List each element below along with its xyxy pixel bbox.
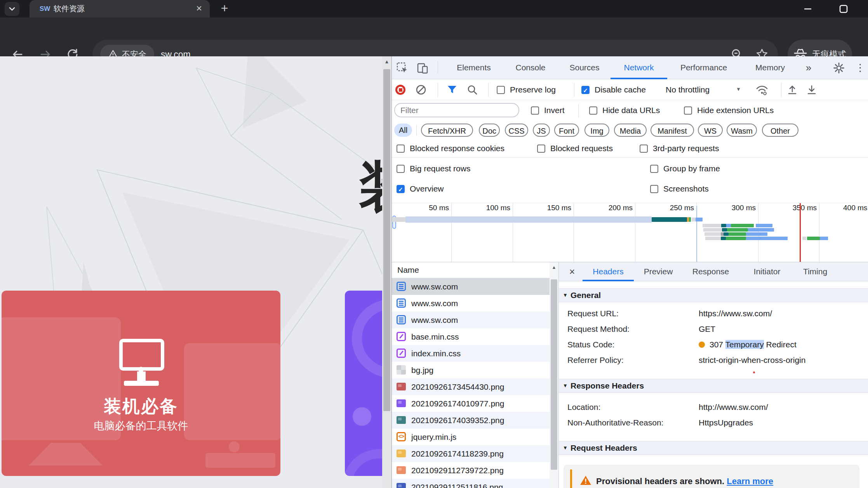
group-by-frame-checkbox[interactable]: Group by frame: [650, 164, 720, 173]
filter-chip-wasm[interactable]: Wasm: [727, 124, 757, 137]
record-button[interactable]: [395, 84, 406, 95]
import-har-icon[interactable]: [786, 84, 798, 96]
hide-data-urls-checkbox[interactable]: Hide data URLs: [589, 106, 660, 115]
minimize-button[interactable]: [799, 0, 817, 17]
screenshots-checkbox[interactable]: Screenshots: [650, 185, 709, 193]
hide-extension-urls-checkbox[interactable]: Hide extension URLs: [684, 106, 774, 115]
request-name: www.sw.com: [411, 278, 458, 295]
checkbox: [589, 106, 597, 115]
table-row[interactable]: 20210929112739722.png: [392, 462, 558, 479]
divider: [438, 83, 438, 97]
maximize-button[interactable]: [835, 0, 852, 17]
gridline: [513, 203, 513, 262]
filter-chip-other[interactable]: Other: [762, 124, 798, 137]
tab-initiator[interactable]: Initiator: [746, 262, 788, 281]
header-row: Request URL: https://www.sw.com/: [559, 306, 868, 321]
filter-funnel-icon[interactable]: [446, 84, 458, 96]
learn-more-link[interactable]: Learn more: [727, 476, 773, 486]
filter-chip-img[interactable]: Img: [584, 124, 609, 137]
page-scrollbar[interactable]: ▲: [382, 56, 391, 488]
table-row[interactable]: 20210926173454430.png: [392, 378, 558, 395]
overview-checkbox[interactable]: ✓ Overview: [397, 185, 444, 193]
header-row: Request Method: GET: [559, 321, 868, 337]
throttling-select[interactable]: No throttling: [666, 85, 710, 94]
filter-chip-fetch-xhr[interactable]: Fetch/XHR: [421, 124, 473, 137]
tab-headers[interactable]: Headers: [587, 262, 630, 281]
request-headers-section-header[interactable]: ▼ Request Headers: [559, 441, 868, 455]
image-thumbnail-icon: [397, 466, 406, 474]
big-request-rows-checkbox[interactable]: Big request rows: [397, 164, 470, 173]
close-icon[interactable]: ×: [564, 262, 580, 281]
filter-chip-css[interactable]: CSS: [505, 124, 528, 137]
table-row[interactable]: www.sw.com: [392, 312, 558, 328]
tab-performance[interactable]: Performance: [672, 56, 735, 79]
tab-memory[interactable]: Memory: [748, 56, 792, 79]
invert-checkbox[interactable]: Invert: [531, 106, 565, 115]
selected-text: Temporary: [725, 340, 764, 349]
checkbox-checked: ✓: [397, 185, 405, 193]
table-row[interactable]: <> jquery.min.js: [392, 429, 558, 445]
table-row[interactable]: bg.jpg: [392, 362, 558, 378]
gear-icon[interactable]: [832, 61, 845, 75]
tab-close-button[interactable]: ×: [190, 0, 208, 17]
response-headers-section-header[interactable]: ▼ Response Headers: [559, 379, 868, 393]
request-name: 20210926174039352.png: [411, 412, 504, 429]
options-row-2: Big request rows Group by frame: [392, 158, 868, 180]
tab-network[interactable]: Network: [617, 56, 661, 79]
table-row[interactable]: 20210929112511816.png: [392, 479, 558, 488]
filter-chip-ws[interactable]: WS: [698, 124, 723, 137]
network-overview-timeline[interactable]: 50 ms 100 ms 150 ms 200 ms 250 ms 300 ms…: [392, 198, 868, 262]
hero-card-red[interactable]: 装机必备 电脑必备的工具软件: [2, 291, 280, 476]
dropdown-caret-icon[interactable]: ▼: [736, 86, 741, 92]
tab-response[interactable]: Response: [688, 262, 734, 281]
table-row[interactable]: www.sw.com: [392, 295, 558, 312]
more-tabs-button[interactable]: »: [799, 56, 818, 79]
clear-icon[interactable]: [415, 84, 427, 96]
request-name: 20210926174118239.png: [411, 445, 504, 462]
request-list-scrollbar[interactable]: ▲: [550, 262, 558, 488]
checkbox: [397, 165, 405, 173]
export-har-icon[interactable]: [806, 84, 818, 96]
filter-chip-font[interactable]: Font: [554, 124, 579, 137]
table-row[interactable]: 20210926174039352.png: [392, 412, 558, 429]
blocked-requests-checkbox[interactable]: Blocked requests: [537, 144, 613, 153]
search-icon[interactable]: [466, 84, 478, 96]
table-row[interactable]: base.min.css: [392, 328, 558, 345]
device-toolbar-icon[interactable]: [416, 61, 429, 75]
inspect-element-icon[interactable]: [396, 61, 409, 75]
network-conditions-icon[interactable]: [755, 84, 769, 96]
tab-console[interactable]: Console: [510, 56, 551, 79]
tab-elements[interactable]: Elements: [451, 56, 497, 79]
blocked-response-cookies-checkbox[interactable]: Blocked response cookies: [397, 144, 504, 153]
table-row[interactable]: www.sw.com: [392, 278, 558, 295]
waterfall-bar: [721, 232, 724, 236]
filter-chip-all[interactable]: All: [394, 124, 412, 137]
filter-input[interactable]: [394, 103, 519, 117]
checkbox: [650, 185, 658, 193]
filter-chip-media[interactable]: Media: [614, 124, 647, 137]
table-row[interactable]: 20210926174010977.png: [392, 395, 558, 412]
third-party-requests-checkbox[interactable]: 3rd-party requests: [640, 144, 719, 153]
tab-timing[interactable]: Timing: [797, 262, 834, 281]
scrollbar-thumb[interactable]: [383, 69, 390, 411]
disable-cache-checkbox[interactable]: ✓ Disable cache: [581, 85, 646, 94]
tab-search-button[interactable]: [5, 2, 19, 16]
table-row[interactable]: index.min.css: [392, 345, 558, 362]
new-tab-button[interactable]: +: [216, 0, 233, 17]
filter-chip-js[interactable]: JS: [533, 124, 550, 137]
filter-chip-doc[interactable]: Doc: [479, 124, 500, 137]
tab-preview[interactable]: Preview: [639, 262, 678, 281]
browser-tab[interactable]: SW 软件资源 ×: [30, 0, 210, 17]
filter-chip-manifest[interactable]: Manifest: [651, 124, 694, 137]
scroll-up-icon[interactable]: ▲: [382, 57, 391, 66]
general-section-header[interactable]: ▼ General: [559, 288, 868, 302]
preserve-log-checkbox[interactable]: Preserve log: [497, 85, 556, 94]
hero-card-purple[interactable]: [345, 291, 382, 476]
scroll-up-icon[interactable]: ▲: [550, 263, 558, 272]
tick-label: 300 ms: [720, 204, 756, 213]
tab-sources[interactable]: Sources: [564, 56, 605, 79]
scrollbar-thumb[interactable]: [551, 279, 557, 470]
name-column-header[interactable]: Name: [392, 262, 558, 278]
kebab-menu-icon[interactable]: ⋮: [853, 56, 867, 79]
table-row[interactable]: 20210926174118239.png: [392, 445, 558, 462]
